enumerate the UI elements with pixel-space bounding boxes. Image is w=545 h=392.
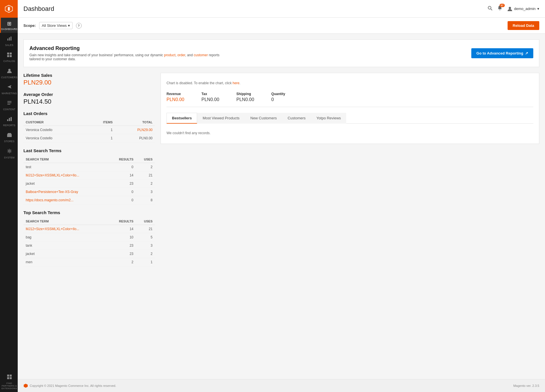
revenue-label: Revenue [167,92,184,96]
search-term-link[interactable]: MJ12+Size+XSSMLXL+Color+Ilo... [26,227,79,231]
sidebar-item-label: MARKETING [2,92,17,95]
scope-label: Scope: [23,23,36,28]
search-results: 14 [108,171,136,180]
sidebar-item-customers[interactable]: CUSTOMERS [0,65,18,81]
search-uses: 3 [136,242,155,250]
last-orders-title: Last Orders [23,111,155,116]
tabs-container: Bestsellers Most Viewed Products New Cus… [167,113,533,124]
search-uses: 5 [136,233,155,242]
user-name: demo_admin [514,7,536,11]
sidebar-item-system[interactable]: SYSTEM [0,145,18,161]
find-partners-label: FIND PARTNERS & EXTENSIONS [1,382,17,390]
order-total: PLN29.00 [115,126,155,134]
product-link[interactable]: product [164,53,175,57]
search-results: 23 [108,242,136,250]
advanced-reporting-section: Advanced Reporting Gain new insights and… [23,39,539,67]
go-to-advanced-reporting-button[interactable]: Go to Advanced Reporting ↗ [471,48,533,58]
notification-count: 57 [500,4,505,7]
tab-new-customers[interactable]: New Customers [245,113,282,124]
table-row: bag 10 5 [23,233,155,242]
sidebar-item-sales[interactable]: SALES [0,33,18,49]
left-column: Lifetime Sales PLN29.00 Average Order PL… [23,73,155,272]
svg-rect-5 [10,53,12,55]
notification-bell[interactable]: 57 [497,5,503,12]
dashboard-columns: Lifetime Sales PLN29.00 Average Order PL… [23,73,539,272]
quantity-label: Quantity [271,92,285,96]
search-results: 10 [108,233,136,242]
right-panel: Chart is disabled. To enable the chart, … [161,73,539,144]
magento-logo-icon [23,383,28,388]
col-search-term: Search Term [23,156,108,163]
order-total: PLN0.00 [115,134,155,142]
lifetime-sales-value: PLN29.00 [23,79,155,86]
user-menu[interactable]: demo_admin ▾ [507,6,539,11]
search-uses: 21 [136,225,155,233]
external-link-icon: ↗ [525,51,528,55]
sidebar-item-label: DASHBOARD [1,28,17,31]
sidebar-item-stores[interactable]: STORES [0,129,18,145]
tabs: Bestsellers Most Viewed Products New Cus… [167,113,533,123]
tab-most-viewed-products[interactable]: Most Viewed Products [197,113,245,124]
search-term: MJ12+Size+XSSMLXL+Color+Ilo... [23,171,108,180]
scope-value: All Store Views [42,23,67,28]
tab-yotpo-reviews[interactable]: Yotpo Reviews [311,113,346,124]
scope-select[interactable]: All Store Views ▾ [39,22,72,29]
search-term-link[interactable]: Balboa+Persistence+Tee-XS-Gray [26,190,78,194]
svg-point-8 [8,69,11,71]
table-row: test 0 2 [23,163,155,171]
svg-rect-4 [7,53,9,55]
sidebar-item-reports[interactable]: REPORTS [0,113,18,129]
svg-rect-7 [10,55,12,57]
sidebar-item-label: SYSTEM [4,156,15,159]
footer-copyright: Copyright © 2021 Magento Commerce Inc. A… [30,384,116,387]
tab-bestsellers[interactable]: Bestsellers [167,113,197,124]
metric-quantity: Quantity 0 [271,92,285,102]
sidebar-logo[interactable] [0,0,18,18]
table-row: men 2 1 [23,258,155,266]
svg-point-22 [488,6,491,9]
order-customer: Veronica Costello [23,134,86,142]
sidebar-item-find-partners[interactable]: FIND PARTNERS & EXTENSIONS [0,371,18,392]
svg-rect-9 [7,101,11,102]
svg-rect-6 [7,55,9,57]
svg-line-23 [491,9,492,10]
top-search-terms-title: Top Search Terms [23,210,155,215]
chart-enable-link[interactable]: here [233,81,239,85]
last-search-terms-title: Last Search Terms [23,148,155,153]
quantity-value: 0 [271,97,285,102]
col-results: Results [108,218,136,225]
page-title: Dashboard [23,5,487,13]
help-icon[interactable]: ? [76,23,82,29]
search-results: 2 [108,258,136,266]
footer: Copyright © 2021 Magento Commerce Inc. A… [18,379,545,392]
table-row: tank 23 3 [23,242,155,250]
order-link[interactable]: order [177,53,185,57]
sidebar-item-dashboard[interactable]: ⊞ DASHBOARD [0,18,18,33]
table-row: jacket 23 2 [23,180,155,188]
header: Dashboard 57 demo_admin [18,0,545,18]
customer-link[interactable]: customer [194,53,208,57]
search-term: bag [23,233,108,242]
sales-icon [7,36,12,43]
tab-customers[interactable]: Customers [282,113,311,124]
search-term: jacket [23,250,108,258]
search-term-link[interactable]: https://docs.magento.com/m2... [26,198,73,202]
lifetime-sales-block: Lifetime Sales PLN29.00 [23,73,155,86]
sidebar-item-label: SALES [5,44,13,47]
revenue-value: PLN0.00 [167,97,184,102]
col-total: Total [115,119,155,126]
order-customer: Veronica Costello [23,126,86,134]
search-icon[interactable] [487,5,492,12]
table-row: Balboa+Persistence+Tee-XS-Gray 0 3 [23,188,155,196]
sidebar-item-marketing[interactable]: MARKETING [0,81,18,97]
svg-point-25 [509,7,511,9]
sidebar-item-content[interactable]: CONTENT [0,97,18,113]
svg-rect-0 [8,7,10,11]
search-term-link[interactable]: MJ12+Size+XSSMLXL+Color+Ilo... [26,173,79,177]
metrics-row: Revenue PLN0.00 Tax PLN0.00 Shipping PLN… [167,92,533,107]
search-results: 0 [108,163,136,171]
sidebar-item-catalog[interactable]: CATALOG [0,49,18,65]
reload-data-button[interactable]: Reload Data [508,21,539,30]
col-items: Items [86,119,115,126]
chart-disabled-notice: Chart is disabled. To enable the chart, … [167,79,533,87]
